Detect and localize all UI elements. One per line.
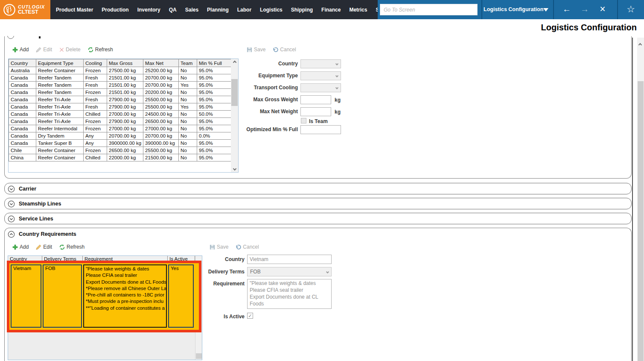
edit-button[interactable]: Edit (36, 244, 52, 250)
expand-chevron-icon[interactable] (8, 185, 15, 193)
table-cell: Fresh (84, 74, 107, 82)
table-row[interactable]: CanadaDry TandemAny20700.00 kg20700.00 k… (9, 132, 231, 140)
column-header[interactable]: Max Gross (107, 59, 143, 67)
scroll-up-icon[interactable] (639, 40, 641, 48)
environment-name: CLTEST (18, 9, 45, 15)
table-row[interactable]: ChinaReefer ContainerChilled22000.00 kg2… (9, 154, 231, 161)
column-header[interactable]: Delivery Terms (42, 256, 83, 263)
table-row[interactable]: AustraliaReefer ContainerFrozen27500.00 … (9, 67, 231, 74)
add-button[interactable]: Add (12, 244, 29, 250)
refresh-button[interactable]: Refresh (59, 244, 85, 250)
menu-item-metrics[interactable]: Metrics (348, 7, 368, 13)
menu-item-labor[interactable]: Labor (236, 7, 253, 13)
table-row[interactable]: CanadaReefer TandemFrozen21501.00 kg2020… (9, 89, 231, 96)
row-delivery-terms-cell[interactable]: FOB (43, 264, 82, 328)
table-cell: 3900000.00 kg (107, 140, 143, 147)
column-header[interactable]: Country (9, 59, 36, 67)
menu-item-inventory[interactable]: Inventory (136, 7, 162, 13)
column-header[interactable]: Min % Full (197, 59, 231, 67)
is-team-checkbox[interactable] (301, 118, 306, 123)
page-scrollbar[interactable] (637, 38, 644, 361)
delivery-terms-select[interactable]: FOB (247, 267, 332, 276)
column-header[interactable]: Equipment Type (36, 59, 84, 67)
scroll-down-icon[interactable] (231, 165, 238, 172)
table-cell: No (179, 154, 197, 161)
table-cell: 27900.00 kg (107, 118, 143, 125)
service-lines-panel-header[interactable]: Service Lines (4, 213, 632, 224)
table-cell: No (179, 67, 197, 74)
page-scrollbar-thumb[interactable] (638, 81, 644, 361)
max-net-weight-input[interactable] (300, 107, 331, 116)
menu-item-logistics[interactable]: Logistics (259, 7, 284, 13)
menu-item-qa[interactable]: QA (168, 7, 178, 13)
max-gross-weight-input[interactable] (300, 95, 331, 104)
equipment-type-select[interactable] (300, 71, 341, 80)
collapse-chevron-icon[interactable] (8, 231, 15, 238)
table-cell: 27000.00 kg (107, 111, 143, 118)
transport-cooling-select[interactable] (300, 83, 341, 92)
optimized-min-pct-input[interactable] (300, 125, 341, 134)
table-cell: No (179, 111, 197, 118)
row-requirement-cell[interactable]: "Please take weights & datesPlease CFIA … (83, 264, 167, 328)
column-header[interactable]: Cooling (84, 59, 107, 67)
cancel-button[interactable]: Cancel (236, 244, 259, 250)
refresh-button[interactable]: Refresh (88, 47, 113, 53)
delete-button[interactable]: Delete (59, 47, 81, 53)
steamship-lines-panel-header[interactable]: Steamship Lines (4, 198, 632, 209)
country-input[interactable]: Vietnam (247, 255, 332, 264)
favorite-star-icon[interactable]: ☆ (624, 0, 637, 19)
table-cell: No (179, 118, 197, 125)
table-cell: 26500.00 kg (107, 147, 143, 154)
forward-arrow-icon[interactable]: → (578, 0, 591, 19)
app-logo[interactable]: CUTLOGIX CLTEST (0, 0, 50, 19)
expand-chevron-icon[interactable] (8, 215, 15, 223)
table-row[interactable]: CanadaReefer Tri-AxleChilled27000.00 kg2… (9, 111, 231, 118)
table-cell: Canada (9, 118, 36, 125)
is-active-checkbox[interactable]: ✓ (247, 313, 253, 319)
column-header[interactable]: Country (8, 256, 42, 263)
menu-item-planning[interactable]: Planning (206, 7, 230, 13)
save-button[interactable]: Save (210, 244, 228, 250)
menu-item-shipping[interactable]: Shipping (290, 7, 314, 13)
column-header[interactable]: Team (179, 59, 197, 67)
chevron-down-icon[interactable] (543, 8, 548, 12)
menu-item-production[interactable]: Production (100, 7, 130, 13)
go-to-screen-input[interactable] (380, 4, 478, 15)
equipment-type-label: Equipment Type (230, 73, 298, 79)
table-cell: Reefer Tri-Axle (36, 103, 84, 111)
expand-chevron-icon[interactable] (8, 200, 15, 208)
cancel-button[interactable]: Cancel (273, 47, 296, 53)
back-arrow-icon[interactable]: ← (560, 0, 573, 19)
brand-name: CUTLOGIX (18, 4, 45, 9)
scrollbar-thumb[interactable] (196, 353, 202, 359)
menu-item-finance[interactable]: Finance (320, 7, 342, 13)
equipment-form-toolbar: Save Cancel (247, 46, 296, 53)
table-cell: No (179, 132, 197, 140)
requirement-line: **"Loading of container constitutes a (86, 305, 164, 311)
collapse-panel-icon[interactable] (6, 36, 17, 41)
requirement-textarea[interactable]: "Please take weights & dates Please CFIA… (247, 279, 332, 309)
column-header[interactable]: Requirement (83, 256, 168, 263)
country-select[interactable] (300, 59, 341, 68)
row-country-cell[interactable]: Vietnam (11, 264, 41, 328)
table-row[interactable]: ChileReefer ContainerFrozen26500.00 kg25… (9, 147, 231, 154)
table-row[interactable]: CanadaTanker Super BAny3900000.00 kg3900… (9, 140, 231, 147)
close-icon[interactable]: × (596, 0, 609, 19)
table-row[interactable]: CanadaReefer TandemFresh21501.00 kg20700… (9, 74, 231, 82)
table-cell: 95.0% (197, 147, 231, 154)
equipment-grid-table: CountryEquipment TypeCoolingMax GrossMax… (9, 59, 231, 161)
save-button[interactable]: Save (247, 47, 265, 53)
add-button[interactable]: Add (12, 47, 29, 53)
menu-item-sales[interactable]: Sales (184, 7, 200, 13)
table-row[interactable]: CanadaReefer Tri-AxleFresh27900.00 kg255… (9, 103, 231, 111)
table-row[interactable]: CanadaReefer Tri-AxleFrozen27900.00 kg26… (9, 118, 231, 125)
carrier-panel-header[interactable]: Carrier (4, 183, 632, 194)
screen-selector-dropdown[interactable]: Logistics Configuration (484, 0, 553, 19)
table-row[interactable]: CanadaReefer TandemFresh21501.00 kg20700… (9, 82, 231, 89)
column-header[interactable]: Max Net (143, 59, 179, 67)
table-row[interactable]: CanadaReefer IntermodalFrozen27000.00 kg… (9, 125, 231, 132)
table-row[interactable]: CanadaReefer Tri-AxleFresh27900.00 kg255… (9, 96, 231, 103)
edit-button[interactable]: Edit (36, 47, 52, 53)
menu-item-product-master[interactable]: Product Master (55, 7, 94, 13)
table-cell: 22000.00 kg (107, 154, 143, 161)
